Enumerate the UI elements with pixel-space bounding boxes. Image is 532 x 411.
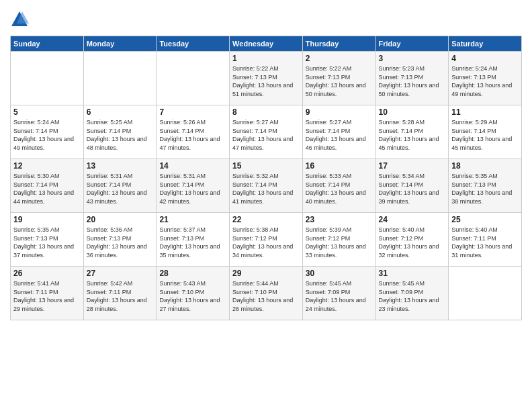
- day-number: 16: [306, 161, 373, 171]
- calendar-cell: 10Sunrise: 5:28 AMSunset: 7:14 PMDayligh…: [375, 105, 449, 159]
- day-number: 11: [451, 107, 519, 117]
- header: [10, 10, 522, 29]
- day-info: Sunrise: 5:45 AMSunset: 7:09 PMDaylight:…: [379, 279, 446, 313]
- calendar-cell: 17Sunrise: 5:34 AMSunset: 7:14 PMDayligh…: [375, 159, 449, 213]
- calendar-cell: [157, 52, 230, 105]
- day-info: Sunrise: 5:26 AMSunset: 7:14 PMDaylight:…: [159, 118, 226, 152]
- day-number: 4: [451, 54, 519, 63]
- calendar-cell: 29Sunrise: 5:44 AMSunset: 7:10 PMDayligh…: [230, 267, 303, 320]
- day-number: 2: [306, 54, 373, 63]
- calendar-table: SundayMondayTuesdayWednesdayThursdayFrid…: [10, 36, 522, 320]
- day-info: Sunrise: 5:24 AMSunset: 7:14 PMDaylight:…: [13, 118, 81, 152]
- day-info: Sunrise: 5:22 AMSunset: 7:13 PMDaylight:…: [232, 64, 300, 98]
- day-number: 20: [87, 215, 154, 224]
- day-number: 23: [306, 215, 373, 224]
- day-info: Sunrise: 5:44 AMSunset: 7:10 PMDaylight:…: [232, 279, 300, 313]
- col-header-tuesday: Tuesday: [157, 36, 230, 52]
- calendar-cell: 16Sunrise: 5:33 AMSunset: 7:14 PMDayligh…: [302, 159, 375, 213]
- calendar-cell: 25Sunrise: 5:40 AMSunset: 7:11 PMDayligh…: [449, 213, 522, 267]
- day-number: 14: [159, 161, 226, 171]
- day-number: 7: [159, 107, 226, 117]
- day-number: 13: [87, 161, 154, 171]
- calendar-cell: 8Sunrise: 5:27 AMSunset: 7:14 PMDaylight…: [230, 105, 303, 159]
- col-header-wednesday: Wednesday: [230, 36, 303, 52]
- day-info: Sunrise: 5:25 AMSunset: 7:14 PMDaylight:…: [87, 118, 154, 152]
- day-info: Sunrise: 5:37 AMSunset: 7:13 PMDaylight:…: [159, 226, 226, 259]
- day-info: Sunrise: 5:22 AMSunset: 7:13 PMDaylight:…: [306, 64, 373, 98]
- calendar-header-row: SundayMondayTuesdayWednesdayThursdayFrid…: [11, 36, 522, 52]
- col-header-thursday: Thursday: [302, 36, 375, 52]
- calendar-week-row: 26Sunrise: 5:41 AMSunset: 7:11 PMDayligh…: [11, 267, 522, 320]
- day-info: Sunrise: 5:42 AMSunset: 7:11 PMDaylight:…: [87, 279, 154, 313]
- calendar-cell: 24Sunrise: 5:40 AMSunset: 7:12 PMDayligh…: [375, 213, 449, 267]
- calendar-cell: 28Sunrise: 5:43 AMSunset: 7:10 PMDayligh…: [157, 267, 230, 320]
- calendar-cell: 26Sunrise: 5:41 AMSunset: 7:11 PMDayligh…: [11, 267, 84, 320]
- calendar-week-row: 19Sunrise: 5:35 AMSunset: 7:13 PMDayligh…: [11, 213, 522, 267]
- calendar-cell: 6Sunrise: 5:25 AMSunset: 7:14 PMDaylight…: [83, 105, 157, 159]
- day-info: Sunrise: 5:40 AMSunset: 7:11 PMDaylight:…: [451, 226, 519, 259]
- calendar-cell: [83, 52, 157, 105]
- calendar-cell: 23Sunrise: 5:39 AMSunset: 7:12 PMDayligh…: [302, 213, 375, 267]
- col-header-friday: Friday: [375, 36, 449, 52]
- calendar-cell: 7Sunrise: 5:26 AMSunset: 7:14 PMDaylight…: [157, 105, 230, 159]
- col-header-saturday: Saturday: [449, 36, 522, 52]
- day-number: 12: [13, 161, 81, 171]
- calendar-cell: 22Sunrise: 5:38 AMSunset: 7:12 PMDayligh…: [230, 213, 303, 267]
- day-info: Sunrise: 5:40 AMSunset: 7:12 PMDaylight:…: [379, 226, 446, 259]
- calendar-cell: 27Sunrise: 5:42 AMSunset: 7:11 PMDayligh…: [83, 267, 157, 320]
- day-number: 17: [379, 161, 446, 171]
- day-number: 31: [379, 269, 446, 278]
- calendar-cell: 4Sunrise: 5:24 AMSunset: 7:13 PMDaylight…: [449, 52, 522, 105]
- day-number: 6: [87, 107, 154, 117]
- logo: [10, 10, 32, 29]
- day-info: Sunrise: 5:29 AMSunset: 7:14 PMDaylight:…: [451, 118, 519, 152]
- calendar-cell: 19Sunrise: 5:35 AMSunset: 7:13 PMDayligh…: [11, 213, 84, 267]
- day-number: 18: [451, 161, 519, 171]
- day-info: Sunrise: 5:34 AMSunset: 7:14 PMDaylight:…: [379, 172, 446, 205]
- calendar-cell: 13Sunrise: 5:31 AMSunset: 7:14 PMDayligh…: [83, 159, 157, 213]
- day-info: Sunrise: 5:38 AMSunset: 7:12 PMDaylight:…: [232, 226, 300, 259]
- day-number: 28: [159, 269, 226, 278]
- day-info: Sunrise: 5:27 AMSunset: 7:14 PMDaylight:…: [232, 118, 300, 152]
- day-info: Sunrise: 5:36 AMSunset: 7:13 PMDaylight:…: [87, 226, 154, 259]
- day-number: 1: [232, 54, 300, 63]
- day-info: Sunrise: 5:30 AMSunset: 7:14 PMDaylight:…: [13, 172, 81, 205]
- calendar-cell: 5Sunrise: 5:24 AMSunset: 7:14 PMDaylight…: [11, 105, 84, 159]
- calendar-cell: 21Sunrise: 5:37 AMSunset: 7:13 PMDayligh…: [157, 213, 230, 267]
- day-number: 27: [87, 269, 154, 278]
- day-info: Sunrise: 5:45 AMSunset: 7:09 PMDaylight:…: [306, 279, 373, 313]
- day-number: 22: [232, 215, 300, 224]
- calendar-week-row: 12Sunrise: 5:30 AMSunset: 7:14 PMDayligh…: [11, 159, 522, 213]
- day-number: 21: [159, 215, 226, 224]
- day-number: 24: [379, 215, 446, 224]
- day-number: 29: [232, 269, 300, 278]
- day-info: Sunrise: 5:24 AMSunset: 7:13 PMDaylight:…: [451, 64, 519, 98]
- calendar-cell: 15Sunrise: 5:32 AMSunset: 7:14 PMDayligh…: [230, 159, 303, 213]
- day-number: 19: [13, 215, 81, 224]
- day-info: Sunrise: 5:31 AMSunset: 7:14 PMDaylight:…: [87, 172, 154, 205]
- calendar-cell: [11, 52, 84, 105]
- calendar-cell: 18Sunrise: 5:35 AMSunset: 7:13 PMDayligh…: [449, 159, 522, 213]
- day-info: Sunrise: 5:31 AMSunset: 7:14 PMDaylight:…: [159, 172, 226, 205]
- day-info: Sunrise: 5:35 AMSunset: 7:13 PMDaylight:…: [451, 172, 519, 205]
- day-info: Sunrise: 5:32 AMSunset: 7:14 PMDaylight:…: [232, 172, 300, 205]
- day-number: 3: [379, 54, 446, 63]
- calendar-week-row: 5Sunrise: 5:24 AMSunset: 7:14 PMDaylight…: [11, 105, 522, 159]
- calendar-cell: 11Sunrise: 5:29 AMSunset: 7:14 PMDayligh…: [449, 105, 522, 159]
- logo-icon: [10, 10, 29, 29]
- calendar-week-row: 1Sunrise: 5:22 AMSunset: 7:13 PMDaylight…: [11, 52, 522, 105]
- col-header-monday: Monday: [83, 36, 157, 52]
- day-info: Sunrise: 5:23 AMSunset: 7:13 PMDaylight:…: [379, 64, 446, 98]
- day-number: 25: [451, 215, 519, 224]
- calendar-cell: 20Sunrise: 5:36 AMSunset: 7:13 PMDayligh…: [83, 213, 157, 267]
- col-header-sunday: Sunday: [11, 36, 84, 52]
- calendar-cell: 14Sunrise: 5:31 AMSunset: 7:14 PMDayligh…: [157, 159, 230, 213]
- calendar-cell: 2Sunrise: 5:22 AMSunset: 7:13 PMDaylight…: [302, 52, 375, 105]
- day-info: Sunrise: 5:33 AMSunset: 7:14 PMDaylight:…: [306, 172, 373, 205]
- calendar-cell: 3Sunrise: 5:23 AMSunset: 7:13 PMDaylight…: [375, 52, 449, 105]
- calendar-cell: 30Sunrise: 5:45 AMSunset: 7:09 PMDayligh…: [302, 267, 375, 320]
- day-number: 8: [232, 107, 300, 117]
- day-number: 10: [379, 107, 446, 117]
- calendar-cell: 31Sunrise: 5:45 AMSunset: 7:09 PMDayligh…: [375, 267, 449, 320]
- calendar-cell: 9Sunrise: 5:27 AMSunset: 7:14 PMDaylight…: [302, 105, 375, 159]
